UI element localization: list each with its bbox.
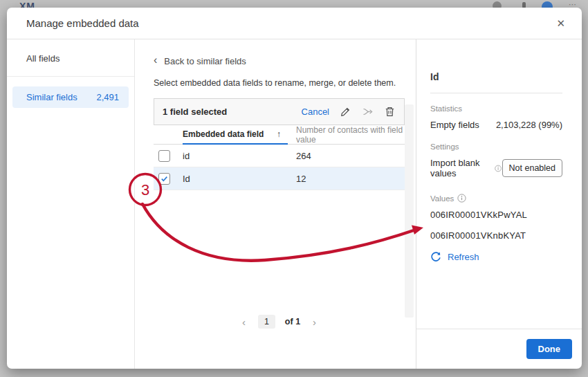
fields-sidebar: All fields Similar fields 2,491 (7, 39, 135, 369)
manage-embedded-data-modal: Manage embedded data ✕ All fields Simila… (7, 8, 582, 369)
sidebar-section: All fields (7, 39, 134, 77)
done-button[interactable]: Done (526, 339, 573, 359)
row-checkbox-checked[interactable] (158, 173, 170, 185)
instructions-text: Select embedded data fields to rename, m… (154, 78, 405, 88)
sidebar-item-all-fields[interactable]: All fields (7, 53, 134, 64)
sidebar-item-count: 2,491 (96, 92, 119, 102)
settings-label: Settings (430, 142, 562, 151)
chevron-left-icon: ‹ (154, 55, 157, 66)
value-item: 006IR00001VKnbKYAT (430, 230, 562, 241)
table-row[interactable]: id 264 (154, 145, 405, 167)
column-header-embedded-data-field[interactable]: Embedded data field ↑ (183, 125, 288, 145)
statistics-label: Statistics (430, 104, 562, 113)
detail-content: Id Statistics Empty fields 2,103,228 (99… (416, 39, 582, 329)
pagination: ‹ 1 of 1 › (154, 315, 405, 329)
rename-pencil-icon[interactable] (340, 106, 351, 118)
modal-body: All fields Similar fields 2,491 ‹ Back t… (7, 39, 582, 369)
sort-ascending-icon: ↑ (277, 129, 281, 139)
column-header-contacts-count[interactable]: Number of contacts with field value (288, 125, 405, 145)
empty-fields-stat: Empty fields 2,103,228 (99%) (430, 120, 562, 130)
modal-footer: Done (416, 329, 582, 369)
field-name-cell: id (183, 151, 288, 161)
refresh-label: Refresh (448, 252, 479, 262)
merge-icon[interactable] (362, 106, 374, 118)
selection-toolbar: 1 field selected Cancel (154, 98, 405, 125)
cancel-button[interactable]: Cancel (302, 107, 329, 117)
divider (430, 93, 562, 93)
info-icon (495, 164, 502, 173)
previous-page-icon[interactable]: ‹ (239, 316, 248, 328)
field-detail-panel: Id Statistics Empty fields 2,103,228 (99… (416, 39, 582, 369)
back-to-similar-fields-link[interactable]: ‹ Back to similar fields (154, 55, 246, 66)
modal-title: Manage embedded data (26, 17, 139, 29)
field-count-cell: 12 (288, 174, 405, 184)
main-panel: ‹ Back to similar fields Select embedded… (135, 39, 416, 369)
refresh-button[interactable]: Refresh (430, 251, 479, 262)
values-label: Values (430, 194, 562, 203)
refresh-icon (430, 251, 441, 262)
delete-trash-icon[interactable] (384, 106, 396, 118)
modal-header: Manage embedded data ✕ (7, 8, 582, 39)
current-page-number: 1 (258, 315, 275, 329)
value-item: 006IR00001VKkPwYAL (430, 210, 562, 220)
field-count-cell: 264 (288, 151, 405, 161)
page-of-label: of 1 (285, 317, 300, 327)
sidebar-item-label: Similar fields (26, 92, 77, 102)
import-blank-values-label: Import blank values (430, 158, 491, 178)
field-name-cell: Id (183, 174, 288, 184)
not-enabled-button[interactable]: Not enabled (502, 159, 562, 177)
info-icon (457, 194, 466, 203)
empty-fields-value: 2,103,228 (99%) (496, 120, 562, 130)
scrollbar[interactable] (405, 104, 414, 318)
next-page-icon[interactable]: › (310, 316, 319, 328)
sidebar-item-similar-fields[interactable]: Similar fields 2,491 (12, 86, 129, 108)
back-link-label: Back to similar fields (164, 56, 246, 66)
empty-fields-label: Empty fields (430, 120, 479, 130)
row-checkbox-unchecked[interactable] (158, 150, 170, 162)
table-row-selected[interactable]: Id 12 (154, 167, 405, 190)
selected-count-text: 1 field selected (163, 107, 227, 117)
close-icon[interactable]: ✕ (553, 15, 568, 31)
checkmark-icon (160, 175, 168, 183)
table-header-row: Embedded data field ↑ Number of contacts… (154, 125, 405, 145)
detail-field-title: Id (430, 71, 562, 82)
import-blank-values-setting: Import blank values Not enabled (430, 158, 562, 178)
